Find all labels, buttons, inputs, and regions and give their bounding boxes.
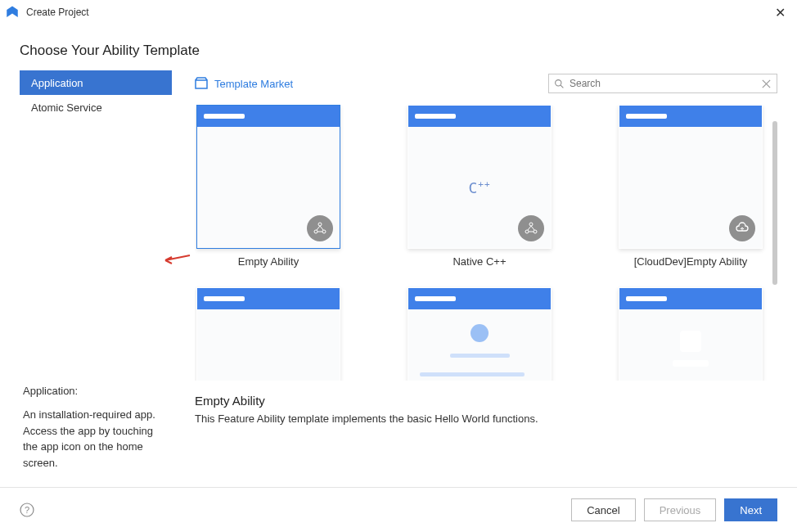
- main-panel: Template Market: [172, 70, 777, 487]
- template-grid-row1: Empty Ability C++ Native C++: [195, 105, 777, 268]
- template-name: Native C++: [453, 255, 506, 268]
- sidebar: Application Atomic Service Application: …: [20, 70, 172, 487]
- search-icon: [554, 79, 565, 89]
- template-native-cpp[interactable]: C++ Native C++: [406, 105, 553, 268]
- cancel-label: Cancel: [587, 504, 619, 516]
- search-box[interactable]: [548, 74, 777, 93]
- template-market-label: Template Market: [214, 78, 293, 90]
- template-empty-ability[interactable]: Empty Ability: [195, 105, 342, 268]
- category-label: Atomic Service: [31, 101, 102, 114]
- svg-point-1: [556, 79, 561, 85]
- search-input[interactable]: [570, 78, 756, 89]
- window-title: Create Project: [26, 7, 89, 18]
- template-grid-row2: [195, 287, 777, 381]
- ability-badge-icon: [307, 215, 333, 241]
- selected-template-detail: Empty Ability This Feature Ability templ…: [195, 392, 777, 425]
- previous-label: Previous: [660, 504, 701, 516]
- category-label: Application: [31, 77, 83, 89]
- cpp-icon: C++: [468, 179, 490, 196]
- next-button[interactable]: Next: [724, 498, 777, 521]
- clear-search-icon[interactable]: [761, 79, 772, 89]
- svg-point-10: [534, 230, 537, 233]
- template-row2-item[interactable]: [195, 287, 342, 381]
- app-logo-icon: [5, 5, 20, 20]
- cancel-button[interactable]: Cancel: [571, 498, 635, 521]
- help-icon[interactable]: ?: [20, 503, 34, 517]
- template-name: Empty Ability: [238, 255, 299, 268]
- detail-title: Empty Ability: [195, 394, 777, 408]
- market-icon: [195, 77, 208, 90]
- annotation-arrow-icon: [164, 254, 196, 267]
- cloud-badge-icon: [729, 215, 755, 241]
- previous-button: Previous: [644, 498, 717, 521]
- category-application[interactable]: Application: [20, 70, 172, 95]
- template-row2-item[interactable]: [406, 287, 553, 381]
- category-description: Application: An installation-required ap…: [20, 373, 172, 488]
- svg-point-8: [529, 223, 533, 226]
- svg-point-5: [318, 223, 322, 226]
- description-body: An installation-required app. Access the…: [23, 407, 169, 471]
- svg-rect-0: [196, 80, 207, 88]
- next-label: Next: [740, 504, 762, 516]
- template-clouddev-empty-ability[interactable]: [CloudDev]Empty Ability: [617, 105, 764, 268]
- svg-line-2: [561, 85, 563, 88]
- page-heading: Choose Your Ability Template: [0, 25, 797, 70]
- svg-point-7: [322, 230, 326, 233]
- template-name: [CloudDev]Empty Ability: [634, 255, 748, 268]
- description-title: Application:: [23, 383, 169, 399]
- scrollbar[interactable]: [772, 121, 777, 285]
- template-row2-item[interactable]: [617, 287, 764, 381]
- ability-badge-icon: [518, 215, 544, 241]
- svg-point-9: [525, 230, 529, 233]
- svg-point-6: [314, 230, 317, 233]
- detail-description: This Feature Ability template implements…: [195, 413, 777, 425]
- category-atomic-service[interactable]: Atomic Service: [20, 95, 172, 119]
- svg-text:?: ?: [25, 505, 29, 515]
- close-button[interactable]: ✕: [768, 0, 792, 25]
- template-market-link[interactable]: Template Market: [195, 77, 293, 90]
